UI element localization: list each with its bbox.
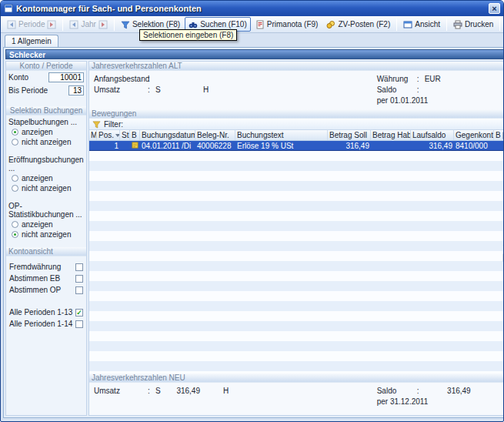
account-header: Schlecker (5, 49, 504, 59)
col-b[interactable]: B (130, 130, 140, 140)
col-datum[interactable]: Buchungsdatum (140, 130, 195, 140)
eroeffnungsbuchungen-label: Eröffnungsbuchungen ... (6, 155, 86, 173)
filter-label: Filter: (104, 120, 123, 129)
col-b2[interactable]: B (494, 130, 504, 140)
col-gegenkonto[interactable]: Gegenkonto (454, 130, 494, 140)
col-m[interactable]: M (89, 130, 97, 140)
jvz-neu-header: Jahresverkehrszahlen NEU (89, 373, 504, 383)
eroeffnung-nicht-anzeigen-option: nicht anzeigen (6, 183, 86, 193)
per-alt-block: per 01.01.2011 (377, 96, 504, 105)
stapelbuchungen-group: Stapelbuchungen ... anzeigen nicht anzei… (6, 117, 86, 147)
abstimmen-eb-row: Abstimmen EB (6, 273, 86, 284)
umsatz-neu-row: Umsatz : S 316,49 H Saldo : 316,49 (94, 385, 504, 396)
window-title: Kontomanager für Sach- und Personenkonte… (16, 4, 486, 13)
abstimmen-op-checkbox[interactable] (75, 286, 83, 294)
sidebar: Konto / Periode Konto Bis Periode Selekt… (5, 61, 87, 416)
umsatz-alt-row: Umsatz : S H Saldo : (94, 84, 504, 95)
periode-next-icon (47, 20, 56, 29)
abstimmen-op-label: Abstimmen OP (9, 286, 75, 294)
col-text[interactable]: Buchungstext (235, 130, 328, 140)
cell-laufsaldo: 316,49 (411, 142, 454, 150)
op-anzeigen-radio[interactable] (12, 221, 18, 228)
perioden-14-label: Alle Perioden 1-14 (9, 320, 75, 328)
colon: : (148, 75, 155, 83)
toolbar: Periode Jahr Selektion (F8) (1, 16, 503, 33)
col-laufsaldo-label: Laufsaldo (412, 130, 446, 140)
perioden-13-row: Alle Perioden 1-13 ✓ (6, 306, 86, 318)
jahr-button[interactable]: Jahr (65, 17, 111, 32)
perioden-13-checkbox[interactable]: ✓ (75, 309, 83, 316)
primanota-button[interactable]: Primanota (F9) (252, 17, 322, 32)
eroeffnung-anzeigen-label: anzeigen (22, 174, 53, 183)
perioden-13-label: Alle Perioden 1-13 (9, 308, 75, 316)
periode-button[interactable]: Periode (3, 17, 60, 32)
saldo-neu-value: 316,49 (425, 387, 471, 395)
op-anzeigen-option: anzeigen (6, 219, 86, 229)
col-laufsaldo[interactable]: Laufsaldo (411, 130, 454, 140)
binoculars-icon (189, 20, 198, 29)
col-pos[interactable]: Pos. (97, 130, 120, 140)
col-beleg[interactable]: Beleg-Nr. (195, 130, 235, 140)
jahr-label: Jahr (81, 20, 95, 28)
tab-allgemein[interactable]: 1 Allgemein (5, 35, 58, 47)
stapel-nicht-anzeigen-option: nicht anzeigen (6, 137, 86, 147)
periode-label: Periode (18, 20, 45, 28)
table-body-empty[interactable] (89, 151, 504, 373)
stapel-nicht-anzeigen-radio[interactable] (12, 139, 18, 146)
stapel-anzeigen-label: anzeigen (22, 128, 53, 136)
col-st[interactable]: St (120, 130, 130, 140)
col-soll[interactable]: Betrag Soll (328, 130, 371, 140)
toolbar-separator (396, 18, 397, 31)
per-alt-row: per 01.01.2011 (94, 95, 504, 106)
primanota-label: Primanota (F9) (267, 20, 319, 28)
col-haben[interactable]: Betrag Haben (371, 130, 411, 140)
op-statistik-label: OP-Statistikbuchungen ... (6, 201, 86, 219)
saldo-neu-block: Saldo : 316,49 (377, 387, 504, 395)
stapel-anzeigen-radio[interactable] (12, 129, 18, 136)
op-statistik-group: OP-Statistikbuchungen ... anzeigen nicht… (6, 201, 86, 239)
fremdwaehrung-checkbox[interactable] (75, 263, 83, 271)
fremdwaehrung-label: Fremdwährung (9, 263, 75, 271)
op-nicht-anzeigen-option: nicht anzeigen (6, 229, 86, 239)
bis-periode-input[interactable] (68, 85, 84, 95)
jvz-alt-header: Jahresverkehrszahlen ALT (89, 62, 504, 71)
eroeffnung-nicht-anzeigen-radio[interactable] (12, 185, 18, 192)
konto-periode-header: Konto / Periode (6, 62, 86, 71)
cell-pos: 1 (97, 142, 120, 150)
konto-label: Konto (8, 73, 48, 82)
app-icon (4, 4, 13, 13)
col-b2-label: B (496, 130, 501, 140)
eroeffnung-anzeigen-radio[interactable] (12, 175, 18, 182)
konto-input[interactable] (48, 72, 84, 82)
toolbar-separator (114, 18, 115, 31)
perioden-14-checkbox[interactable] (75, 320, 83, 328)
drucken-button[interactable]: Drucken (449, 17, 497, 32)
colon: : (148, 85, 155, 94)
toolbar-separator (499, 18, 500, 31)
content-frame: Schlecker Konto / Periode Konto Bis Peri… (3, 47, 504, 418)
close-button[interactable]: × (489, 3, 500, 14)
document-icon (255, 20, 265, 29)
col-datum-label: Buchungsdatum (142, 130, 195, 140)
colon: : (148, 387, 155, 395)
op-nicht-anzeigen-radio[interactable] (12, 231, 18, 238)
ansicht-button[interactable]: Ansicht (399, 17, 444, 32)
eroeffnung-nicht-anzeigen-label: nicht anzeigen (22, 184, 72, 193)
haben-flag: H (223, 387, 229, 395)
tab-strip: 1 Allgemein (1, 33, 503, 47)
col-m-label: M (91, 130, 97, 140)
umsatz-neu-label: Umsatz (94, 387, 148, 395)
filter-funnel-icon[interactable] (92, 120, 101, 129)
abstimmen-eb-checkbox[interactable] (75, 275, 83, 283)
colon: : (417, 75, 425, 83)
cell-text: Erlöse 19 % USt (235, 142, 328, 150)
ansicht-label: Ansicht (415, 20, 440, 28)
op-nicht-anzeigen-label: nicht anzeigen (22, 230, 72, 239)
periode-prev-icon (7, 20, 16, 29)
col-pos-label: Pos. (98, 130, 114, 140)
cell-soll: 316,49 (328, 142, 371, 150)
saldo-alt-label: Saldo (377, 85, 417, 94)
cell-datum: 04.01.2011 /Di (140, 142, 195, 150)
zv-posten-button[interactable]: ZV-Posten (F2) (322, 17, 394, 32)
booking-row[interactable]: 1 04.01.2011 /Di 40006228 Erlöse 19 % US… (89, 141, 504, 151)
